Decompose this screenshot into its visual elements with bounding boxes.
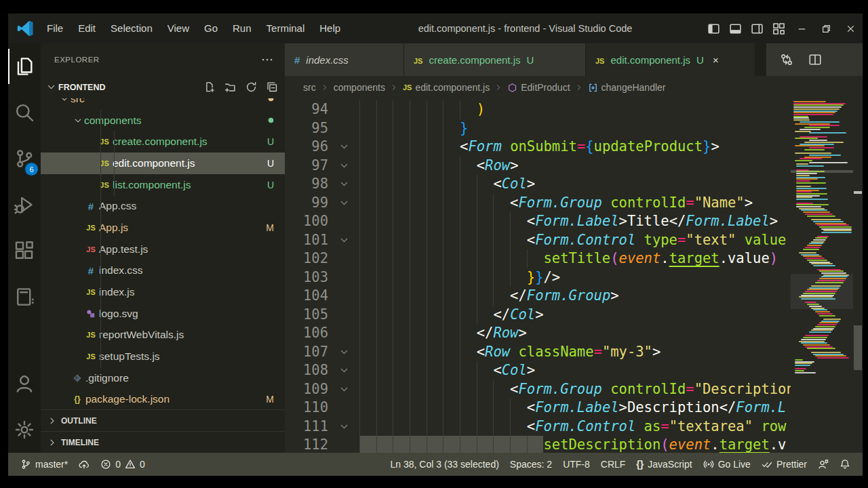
activity-extensions-icon[interactable] <box>8 228 41 274</box>
activity-search-icon[interactable] <box>8 89 41 136</box>
refresh-icon[interactable] <box>245 81 257 93</box>
fold-chevron-icon[interactable] <box>328 157 359 176</box>
minimap-slider[interactable] <box>791 274 853 309</box>
menu-file[interactable]: File <box>39 14 71 43</box>
outline-section[interactable]: OUTLINE <box>41 409 285 431</box>
code-line-97[interactable]: 97<Row> <box>285 157 863 176</box>
status-git-branch[interactable]: master* <box>15 459 73 470</box>
folder-components[interactable]: components <box>41 110 285 131</box>
status-sync[interactable] <box>73 459 95 470</box>
menu-help[interactable]: Help <box>312 14 348 43</box>
breadcrumb-changeHandler[interactable]: changeHandler <box>588 82 666 93</box>
open-changes-icon[interactable] <box>780 53 793 66</box>
activity-settings-icon[interactable] <box>8 407 41 453</box>
code-line-108[interactable]: 108<Col> <box>285 361 863 380</box>
status-go-live[interactable]: Go Live <box>698 459 756 470</box>
code-line-103[interactable]: 103}}/> <box>285 268 863 287</box>
status-notifications[interactable] <box>834 459 856 470</box>
fold-chevron-icon[interactable] <box>328 138 359 157</box>
code-line-101[interactable]: 101<Form.Control type="text" value <box>285 231 863 250</box>
activity-explorer-icon[interactable] <box>8 43 41 89</box>
layout-sidebar-right-icon[interactable] <box>746 18 768 39</box>
file-create.component.js[interactable]: JScreate.component.jsU <box>41 131 285 152</box>
file-.gitignore[interactable]: .gitignore <box>41 367 285 389</box>
code-line-98[interactable]: 98<Col> <box>285 175 863 194</box>
code-line-111[interactable]: 111<Form.Control as="textarea" row <box>285 418 863 436</box>
tab-edit.component.js[interactable]: JSedit.component.jsU× <box>586 43 755 76</box>
file-App.css[interactable]: #App.css <box>41 195 285 217</box>
editor-scrollbar[interactable] <box>853 99 863 453</box>
activity-run-debug-icon[interactable] <box>8 182 41 228</box>
minimize-button[interactable] <box>789 14 814 43</box>
tab-close-icon[interactable]: × <box>713 54 719 66</box>
new-file-icon[interactable] <box>203 81 215 93</box>
file-reportWebVitals.js[interactable]: JSreportWebVitals.js <box>41 325 285 346</box>
code-line-105[interactable]: 105</Col> <box>285 306 863 325</box>
minimap[interactable] <box>791 99 853 453</box>
file-App.test.js[interactable]: JSApp.test.js <box>41 239 285 260</box>
scrollbar-thumb[interactable] <box>854 325 862 370</box>
status-prettier[interactable]: Prettier <box>756 459 812 470</box>
workspace-section-header[interactable]: FRONTEND <box>41 76 285 98</box>
status-feedback[interactable] <box>812 459 834 470</box>
code-line-95[interactable]: 95} <box>285 119 863 138</box>
status-eol[interactable]: CRLF <box>595 459 631 470</box>
fold-chevron-icon[interactable] <box>328 361 359 380</box>
restore-button[interactable] <box>814 14 838 43</box>
menu-go[interactable]: Go <box>197 14 225 43</box>
layout-custom-icon[interactable] <box>768 18 789 39</box>
file-list.component.js[interactable]: JSlist.component.jsU <box>41 174 285 196</box>
breadcrumb-components[interactable]: components <box>334 82 385 93</box>
fold-chevron-icon[interactable] <box>328 175 359 194</box>
status-problems[interactable]: 00 <box>95 459 151 470</box>
activity-notebook-icon[interactable] <box>8 274 41 320</box>
code-line-99[interactable]: 99<Form.Group controlId="Name"> <box>285 194 863 213</box>
file-index.css[interactable]: #index.css <box>41 260 285 282</box>
code-editor[interactable]: 94)95}96<Form onSubmit={updateProduct}>9… <box>285 99 863 453</box>
more-actions-icon[interactable] <box>837 53 850 66</box>
status-encoding[interactable]: UTF-8 <box>557 459 595 470</box>
activity-source-control-icon[interactable]: 6 <box>8 136 41 182</box>
breadcrumb-edit.component.js[interactable]: JSedit.component.js <box>403 82 490 93</box>
status-language-mode[interactable]: {}JavaScript <box>631 459 697 470</box>
menu-edit[interactable]: Edit <box>71 14 103 43</box>
breadcrumb-src[interactable]: src <box>303 82 316 93</box>
code-line-109[interactable]: 109<Form.Group controlId="Description" <box>285 380 863 399</box>
split-editor-icon[interactable] <box>808 53 822 66</box>
code-line-110[interactable]: 110<Form.Label>Description</Form.L <box>285 399 863 418</box>
status-indentation[interactable]: Spaces: 2 <box>505 459 557 470</box>
code-line-102[interactable]: 102setTitle(event.target.value) <box>285 249 863 268</box>
menu-selection[interactable]: Selection <box>103 14 160 43</box>
menu-view[interactable]: View <box>160 14 197 43</box>
layout-sidebar-left-icon[interactable] <box>703 18 724 39</box>
timeline-section[interactable]: TIMELINE <box>41 431 285 453</box>
tab-index.css[interactable]: #index.css <box>285 43 404 76</box>
code-line-100[interactable]: 100<Form.Label>Title</Form.Label> <box>285 212 863 231</box>
menu-run[interactable]: Run <box>225 14 259 43</box>
explorer-more-actions-icon[interactable]: ⋯ <box>261 52 274 67</box>
fold-chevron-icon[interactable] <box>328 231 359 250</box>
code-line-104[interactable]: 104</Form.Group> <box>285 287 863 306</box>
fold-chevron-icon[interactable] <box>328 343 359 362</box>
new-folder-icon[interactable] <box>224 81 236 93</box>
file-logo.svg[interactable]: logo.svg <box>41 303 285 325</box>
layout-panel-icon[interactable] <box>724 18 746 39</box>
file-App.js[interactable]: JSApp.jsM <box>41 217 285 239</box>
close-button[interactable] <box>838 14 863 43</box>
status-cursor-position[interactable]: Ln 38, Col 3 (33 selected) <box>385 459 505 470</box>
collapse-all-icon[interactable] <box>267 81 278 93</box>
activity-accounts-icon[interactable] <box>8 361 41 407</box>
code-line-96[interactable]: 96<Form onSubmit={updateProduct}> <box>285 138 863 157</box>
code-line-94[interactable]: 94) <box>285 100 863 119</box>
code-line-107[interactable]: 107<Row className="my-3"> <box>285 343 863 362</box>
menu-terminal[interactable]: Terminal <box>259 14 313 43</box>
breadcrumb-EditProduct[interactable]: EditProduct <box>507 82 570 93</box>
fold-chevron-icon[interactable] <box>328 418 359 436</box>
code-line-106[interactable]: 106</Row> <box>285 324 863 343</box>
folder-src[interactable]: src <box>41 98 285 110</box>
fold-chevron-icon[interactable] <box>328 380 359 399</box>
file-edit.component.js[interactable]: JSedit.component.jsU <box>41 152 285 174</box>
file-package-lock.json[interactable]: {}package-lock.jsonM <box>41 389 285 409</box>
file-setupTests.js[interactable]: JSsetupTests.js <box>41 346 285 367</box>
tab-create.component.js[interactable]: JScreate.component.jsU <box>404 43 586 76</box>
